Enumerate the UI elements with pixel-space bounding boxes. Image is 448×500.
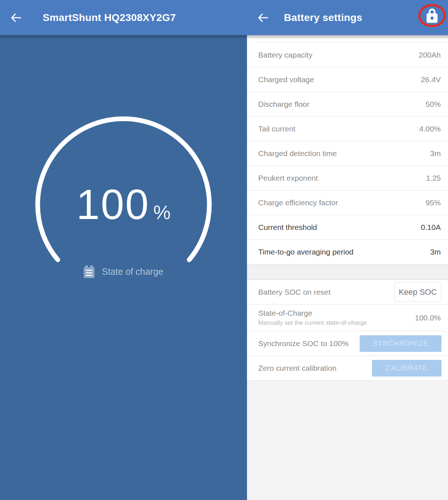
setting-value: 3m [430,149,441,158]
setting-row-charged-voltage[interactable]: Charged voltage 26.4V [247,67,448,92]
calibrate-button[interactable]: CALIBRATE [372,360,441,377]
settings-list: Battery capacity 200Ah Charged voltage 2… [247,35,448,264]
setting-value: 200Ah [419,51,441,59]
setting-label: Battery capacity [258,51,312,59]
device-header: SmartShunt HQ2308XY2G7 [0,0,247,35]
settings-header: Battery settings [247,0,448,35]
soc-unit: % [153,201,171,223]
setting-label: Battery SOC on reset [258,288,331,297]
setting-value: 100.0% [415,314,441,322]
setting-label: Charge efficiency factor [258,198,338,207]
setting-row-charge-efficiency-factor[interactable]: Charge efficiency factor 95% [247,190,448,215]
setting-value: 26.4V [421,75,441,84]
setting-label: Charged detection time [258,149,337,158]
soc-caption: State of charge [0,265,247,278]
battery-icon [84,265,95,278]
setting-row-charged-detection-time[interactable]: Charged detection time 3m [247,141,448,166]
setting-label: Synchronize SOC to 100% [258,339,349,348]
soc-actions-section: Battery SOC on reset Keep SOC State-of-C… [247,280,448,381]
arrow-left-icon [9,11,22,24]
app-screen: SmartShunt HQ2308XY2G7 100 % State of ch… [0,0,448,500]
setting-value: 1.25 [426,174,441,182]
setting-label: State-of-Charge [258,309,367,318]
settings-lock-annotation[interactable] [418,4,446,27]
section-gap [247,264,448,280]
setting-row-discharge-floor[interactable]: Discharge floor 50% [247,92,448,117]
device-overview-panel: SmartShunt HQ2308XY2G7 100 % State of ch… [0,0,247,500]
arrow-left-icon [256,11,269,24]
soc-caption-label: State of charge [102,266,163,277]
setting-label: Charged voltage [258,75,314,84]
setting-label: Zero current calibration [258,364,336,373]
setting-value: 50% [426,100,441,109]
setting-value: 95% [426,198,441,207]
soc-value: 100 [76,180,150,230]
setting-value: 0.10A [421,223,441,232]
setting-label: Current threshold [258,223,317,232]
setting-label: Peukert exponent [258,174,318,182]
soc-gauge-value: 100 % [0,180,247,230]
row-battery-soc-on-reset[interactable]: Battery SOC on reset Keep SOC [247,280,448,304]
settings-back-button[interactable] [255,10,271,26]
row-synchronize-soc[interactable]: Synchronize SOC to 100% SYNCHRONIZE [247,331,448,356]
setting-row-battery-capacity[interactable]: Battery capacity 200Ah [247,43,448,67]
setting-value: 4.00% [419,125,441,133]
device-title: SmartShunt HQ2308XY2G7 [43,12,176,24]
setting-label: Tail current [258,125,296,133]
synchronize-button[interactable]: SYNCHRONIZE [360,335,441,352]
setting-label: Time-to-go averaging period [258,248,353,256]
row-state-of-charge[interactable]: State-of-Charge Manually set the current… [247,304,448,331]
setting-row-time-to-go-averaging-period[interactable]: Time-to-go averaging period 3m [247,240,448,264]
back-button[interactable] [8,10,24,26]
setting-label: Discharge floor [258,100,309,109]
setting-description: Manually set the current state-of-charge [258,319,367,327]
settings-title: Battery settings [284,12,362,24]
lock-icon [427,8,437,23]
setting-row-current-threshold[interactable]: Current threshold 0.10A [247,215,448,240]
keep-soc-button[interactable]: Keep SOC [394,282,441,302]
setting-value: 3m [430,248,441,256]
setting-row-tail-current[interactable]: Tail current 4.00% [247,117,448,141]
battery-settings-panel: Battery settings Battery capacity 200Ah … [247,0,448,500]
setting-row-peukert-exponent[interactable]: Peukert exponent 1.25 [247,166,448,190]
row-zero-current-calibration[interactable]: Zero current calibration CALIBRATE [247,356,448,381]
